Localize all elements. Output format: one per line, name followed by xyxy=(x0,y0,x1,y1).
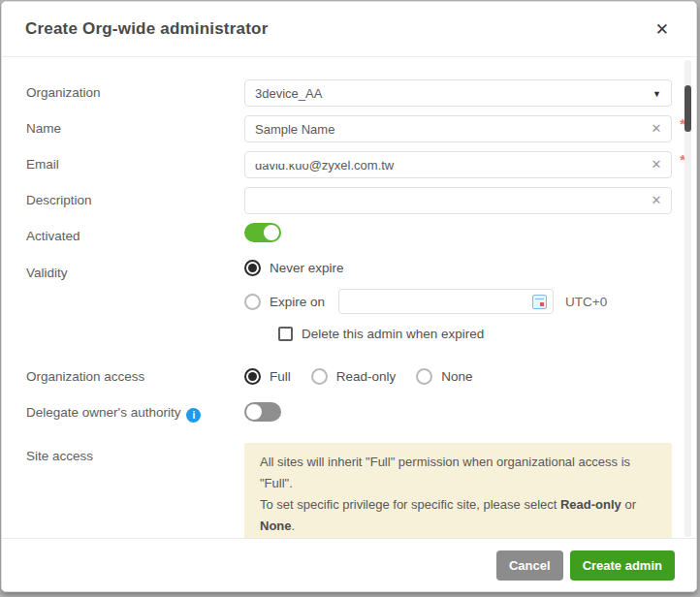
never-expire-radio[interactable] xyxy=(244,260,261,276)
close-icon[interactable]: ✕ xyxy=(652,17,673,42)
email-input[interactable]: david.kuo@zyxel.com.tw ✕ xyxy=(244,151,672,178)
validity-row: Validity Never expire Expire on UTC+0 xyxy=(26,260,672,354)
toggle-knob xyxy=(246,404,262,420)
info-icon[interactable]: i xyxy=(186,408,201,423)
never-expire-label: Never expire xyxy=(270,261,344,275)
delegate-authority-row: Delegate owner's authorityi xyxy=(26,402,672,425)
clear-name-icon[interactable]: ✕ xyxy=(650,122,663,135)
organization-row: Organization 3device_AA ▼ xyxy=(26,79,672,107)
dialog-body: Organization 3device_AA ▼ Name Sample Na… xyxy=(2,57,696,589)
access-readonly-radio[interactable] xyxy=(311,368,328,385)
chevron-down-icon[interactable]: ▼ xyxy=(652,89,661,99)
create-admin-button[interactable]: Create admin xyxy=(570,550,675,581)
organization-access-row: Organization access Full Read-only None xyxy=(26,368,672,385)
access-none-label: None xyxy=(441,369,472,384)
delegate-authority-toggle[interactable] xyxy=(244,402,281,422)
name-label: Name xyxy=(26,115,244,136)
name-row: Name Sample Name ✕ * xyxy=(26,115,672,142)
email-row: Email david.kuo@zyxel.com.tw ✕ * xyxy=(26,151,672,178)
organization-select[interactable]: 3device_AA ▼ xyxy=(244,79,672,107)
site-access-notice: All sites will inherit "Full" permission… xyxy=(244,443,672,546)
validity-label: Validity xyxy=(26,260,244,280)
activated-row: Activated xyxy=(26,223,672,246)
description-row: Description ✕ xyxy=(26,187,672,214)
expire-on-option: Expire on UTC+0 xyxy=(244,289,672,314)
cancel-button[interactable]: Cancel xyxy=(496,550,563,581)
expire-on-radio[interactable] xyxy=(244,294,261,310)
dialog-title: Create Org-wide administrator xyxy=(25,19,652,39)
delegate-authority-label: Delegate owner's authority xyxy=(26,405,180,420)
notice-none-bold: None xyxy=(260,518,292,533)
scrollbar-track[interactable] xyxy=(684,60,691,537)
delete-admin-label: Delete this admin when expired xyxy=(302,327,484,341)
description-label: Description xyxy=(26,187,244,207)
notice-period: . xyxy=(292,518,296,533)
organization-access-label: Organization access xyxy=(26,369,244,384)
email-value-user-clipped: david.kuo xyxy=(255,158,309,173)
activated-label: Activated xyxy=(26,223,244,243)
timezone-label: UTC+0 xyxy=(565,295,607,309)
organization-label: Organization xyxy=(26,79,244,100)
delete-when-expired-option: Delete this admin when expired xyxy=(278,327,672,341)
toggle-knob xyxy=(264,225,279,240)
email-label: Email xyxy=(26,151,244,172)
name-value: Sample Name xyxy=(255,122,334,137)
site-access-label: Site access xyxy=(26,443,244,463)
email-value-domain: @zyxel.com.tw xyxy=(309,158,395,173)
notice-line1: All sites will inherit "Full" permission… xyxy=(260,455,630,490)
expire-on-label: Expire on xyxy=(270,295,325,309)
clear-email-icon[interactable]: ✕ xyxy=(650,158,663,171)
notice-readonly-bold: Read-only xyxy=(560,497,621,512)
notice-line2: To set specific privilege for specific s… xyxy=(260,497,560,512)
description-input[interactable]: ✕ xyxy=(244,187,672,214)
clear-description-icon[interactable]: ✕ xyxy=(650,194,663,206)
name-input[interactable]: Sample Name ✕ xyxy=(244,115,672,142)
delete-admin-checkbox[interactable] xyxy=(278,327,293,341)
scrollbar-thumb[interactable] xyxy=(684,85,691,132)
calendar-icon[interactable] xyxy=(532,295,547,309)
organization-value: 3device_AA xyxy=(255,86,322,101)
dialog-header: Create Org-wide administrator ✕ xyxy=(2,2,696,57)
notice-or: or xyxy=(621,497,636,512)
access-full-label: Full xyxy=(270,369,291,384)
create-admin-dialog: Create Org-wide administrator ✕ Organiza… xyxy=(1,1,697,592)
access-none-radio[interactable] xyxy=(416,368,432,385)
dialog-footer: Cancel Create admin xyxy=(2,538,696,591)
access-readonly-label: Read-only xyxy=(336,369,397,384)
never-expire-option: Never expire xyxy=(244,260,672,276)
expire-date-input[interactable] xyxy=(338,289,554,314)
activated-toggle[interactable] xyxy=(244,223,281,242)
access-full-radio[interactable] xyxy=(244,368,261,385)
